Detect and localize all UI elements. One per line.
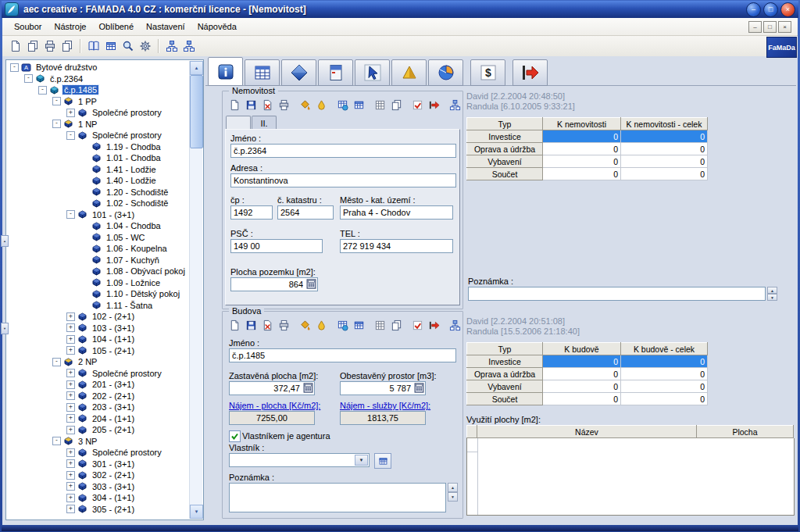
value-cell[interactable]: 0 (543, 168, 621, 180)
print-record-button[interactable] (276, 98, 292, 112)
tree-item[interactable]: 1.40 - Lodžie (7, 175, 190, 187)
delete-record-button[interactable] (259, 98, 276, 112)
tree-item-label[interactable]: Společné prostory (91, 448, 163, 457)
menu-item-2[interactable]: Oblíbené (93, 20, 139, 34)
tree-expander[interactable]: + (66, 323, 75, 332)
tree-item-label[interactable]: č.p.1485 (62, 85, 98, 95)
tree-expander[interactable]: + (66, 482, 75, 491)
tab-export[interactable] (512, 59, 548, 86)
copy-document-button[interactable] (24, 37, 41, 55)
tree-item-label[interactable]: 1.01 - Chodba (105, 153, 162, 162)
value-cell[interactable]: 0 (621, 380, 708, 393)
structure-button[interactable] (447, 318, 463, 333)
calculator-icon[interactable] (306, 279, 316, 289)
tree-item[interactable]: 1.19 - Chodba (7, 141, 190, 153)
documents-button[interactable] (59, 37, 76, 55)
tab-door[interactable] (318, 59, 353, 86)
tree-expander[interactable]: - (66, 210, 75, 219)
tab-grid[interactable] (245, 59, 280, 86)
agentura-checkbox-label[interactable]: Vlastníkem je agentura (242, 431, 330, 441)
tree-item[interactable]: -1 PP (7, 96, 190, 108)
tree-item-label[interactable]: 205 - (2+1) (91, 425, 136, 434)
vyuziti-table-body[interactable] (466, 438, 795, 516)
tree-item[interactable]: -101 - (3+1) (7, 209, 190, 221)
tree-expander[interactable]: + (66, 459, 75, 468)
calculator-icon[interactable] (414, 383, 424, 393)
tree-item-label[interactable]: 302 - (2+1) (91, 470, 136, 480)
menu-item-3[interactable]: Nastavení (141, 20, 191, 34)
tree-item[interactable]: +Společné prostory (7, 107, 190, 119)
spin-down-button[interactable]: ▼ (448, 492, 458, 502)
copy-table-button[interactable] (388, 318, 405, 333)
tree-item[interactable]: 1.01 - Chodba (7, 152, 190, 164)
tree-item[interactable]: +202 - (2+1) (7, 391, 190, 402)
tree-item-label[interactable]: 1.06 - Koupelna (105, 244, 169, 253)
tree-item[interactable]: 1.07 - Kuchyň (7, 255, 190, 266)
tree-expander[interactable]: - (24, 74, 33, 83)
tree-item[interactable]: -Bytové družstvo (7, 62, 190, 73)
fill-color-button[interactable] (297, 98, 313, 112)
tree-item[interactable]: +304 - (1+1) (7, 492, 190, 504)
spin-up-button[interactable]: ▲ (448, 483, 458, 492)
tree-item[interactable]: +302 - (2+1) (7, 470, 190, 481)
vlastnik-combobox[interactable]: ▼ (229, 453, 370, 467)
tree-item[interactable]: -č.p.2364 (7, 73, 190, 85)
tree-item-label[interactable]: 1.04 - Chodba (105, 221, 162, 230)
tree-item[interactable]: -č.p.1485 (7, 84, 190, 96)
tree-item-label[interactable]: 1 NP (77, 120, 98, 129)
adresa-input[interactable] (230, 173, 456, 187)
tree-expander[interactable]: + (66, 346, 75, 355)
tree-expander[interactable]: + (66, 426, 75, 434)
tree-item-label[interactable]: 1.40 - Lodžie (105, 176, 158, 185)
tree-item-label[interactable]: 104 - (1+1) (91, 334, 136, 344)
tab-info[interactable] (208, 57, 243, 86)
subtab-2[interactable]: II. (252, 116, 277, 130)
value-cell[interactable]: 0 (543, 393, 621, 405)
tree-item[interactable]: +103 - (3+1) (7, 323, 190, 334)
tree-item[interactable]: 1.11 - Šatna (7, 300, 190, 312)
tree-item-label[interactable]: 304 - (1+1) (91, 493, 136, 502)
settings-button[interactable] (137, 37, 154, 55)
table-data-button[interactable] (351, 318, 367, 333)
tree-expander[interactable]: + (66, 403, 75, 412)
table-web-button[interactable] (334, 318, 351, 333)
agentura-checkbox[interactable] (229, 430, 241, 442)
zastavena-input[interactable] (229, 381, 315, 395)
report-button[interactable] (85, 37, 102, 55)
tree-expander[interactable]: - (10, 63, 19, 72)
mdi-close-button[interactable]: × (778, 21, 791, 33)
tree-item[interactable]: 1.06 - Koupelna (7, 243, 190, 255)
new-record-button[interactable] (227, 318, 243, 333)
tree-item-label[interactable]: 3 NP (77, 437, 98, 446)
tree-expander[interactable]: + (66, 391, 75, 400)
tree-item-label[interactable]: 1.02 - Schodiště (105, 198, 170, 208)
plocha-pozemku-input[interactable] (230, 277, 318, 291)
scroll-up-button[interactable]: ▲ (190, 61, 203, 75)
jmeno-input[interactable] (230, 144, 456, 158)
poznamka-nemovitost-input[interactable] (468, 287, 766, 301)
tree-item-label[interactable]: 202 - (2+1) (91, 391, 136, 401)
tab-finance[interactable] (470, 59, 505, 86)
tree-item-label[interactable]: 1.41 - Lodžie (105, 165, 158, 174)
combo-dropdown-icon[interactable]: ▼ (355, 455, 368, 466)
tree-item[interactable]: 1.02 - Schodiště (7, 198, 190, 209)
tree-item[interactable]: 1.41 - Lodžie (7, 164, 190, 176)
tree-expander[interactable]: - (38, 86, 47, 95)
tree-expander[interactable]: + (66, 471, 75, 480)
tree-item[interactable]: +204 - (1+1) (7, 413, 190, 425)
tree-item[interactable]: 1.10 - Dětský pokoj (7, 288, 190, 300)
value-cell[interactable]: 0 (621, 393, 708, 405)
new-record-button[interactable] (227, 98, 243, 112)
tree-expander[interactable]: + (66, 414, 75, 423)
tree-expander[interactable]: - (52, 437, 61, 445)
tree-item-label[interactable]: 1 PP (77, 97, 98, 106)
budova-jmeno-input[interactable] (229, 348, 456, 362)
fill-color-button[interactable] (297, 318, 313, 333)
tree-expander[interactable]: + (66, 369, 75, 377)
minimize-button[interactable]: – (746, 2, 761, 17)
grid-view-button[interactable] (372, 318, 388, 333)
splitter-button-up[interactable]: ▲ (1, 235, 9, 247)
scrollbar-thumb[interactable] (190, 75, 203, 148)
tree-item[interactable]: 1.20 - Schodiště (7, 187, 190, 198)
value-cell[interactable]: 0 (543, 368, 621, 380)
